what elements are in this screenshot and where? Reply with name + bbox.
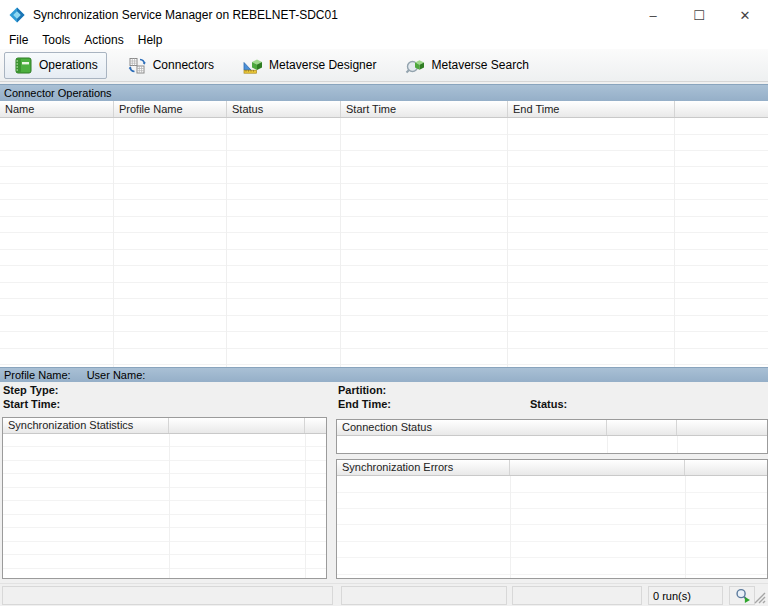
- connection-status-column-header[interactable]: Connection Status: [337, 420, 607, 435]
- connection-status-header: Connection Status: [337, 420, 767, 436]
- connection-status-empty-column-2: [677, 420, 767, 435]
- sync-errors-empty-column: [510, 460, 685, 475]
- run-count-text: 0 run(s): [653, 590, 691, 602]
- status-bar: 0 run(s): [0, 583, 768, 606]
- metaverse-search-icon: [405, 57, 425, 74]
- window-controls: – ☐ ✕: [630, 0, 768, 30]
- synchronization-errors-panel: Synchronization Errors: [336, 459, 768, 579]
- connector-operations-column-headers: Name Profile Name Status Start Time End …: [0, 101, 768, 118]
- synchronization-statistics-panel: Synchronization Statistics: [2, 417, 327, 579]
- column-header-profile-name[interactable]: Profile Name: [114, 101, 227, 117]
- start-time-label: Start Time:: [3, 398, 60, 410]
- menu-actions[interactable]: Actions: [77, 32, 130, 48]
- menu-help[interactable]: Help: [131, 32, 170, 48]
- synchronization-statistics-header: Synchronization Statistics: [3, 418, 326, 434]
- column-header-status[interactable]: Status: [227, 101, 341, 117]
- menu-file[interactable]: File: [2, 32, 35, 48]
- maximize-button[interactable]: ☐: [676, 0, 722, 30]
- sync-statistics-empty-column: [169, 418, 305, 433]
- synchronization-statistics-list: [3, 434, 326, 578]
- sync-errors-column-header[interactable]: Synchronization Errors: [337, 460, 510, 475]
- status-cell-1: [2, 586, 333, 605]
- operations-button[interactable]: Operations: [4, 52, 107, 79]
- step-type-label: Step Type:: [3, 384, 58, 396]
- operations-book-icon: [13, 57, 33, 74]
- metaverse-designer-icon: [243, 57, 263, 74]
- status-label: Status:: [530, 398, 567, 410]
- app-sync-diamond-icon: [9, 7, 25, 23]
- window-title: Synchronization Service Manager on REBEL…: [33, 8, 338, 22]
- profile-name-label: Profile Name:: [4, 369, 71, 381]
- column-header-start-time[interactable]: Start Time: [341, 101, 508, 117]
- metaverse-designer-label: Metaverse Designer: [269, 58, 376, 72]
- close-button[interactable]: ✕: [722, 0, 768, 30]
- column-header-end-time[interactable]: End Time: [508, 101, 675, 117]
- menu-tools[interactable]: Tools: [35, 32, 77, 48]
- sync-errors-empty-column-2: [685, 460, 767, 475]
- magnifier-run-icon: [734, 588, 751, 603]
- run-status-cell: [729, 586, 755, 605]
- sync-statistics-column-header[interactable]: Synchronization Statistics: [3, 418, 169, 433]
- profile-user-bar: Profile Name: User Name:: [0, 367, 768, 382]
- minimize-button[interactable]: –: [630, 0, 676, 30]
- partition-label: Partition:: [338, 384, 386, 396]
- column-header-empty: [675, 101, 768, 117]
- connector-operations-header: Connector Operations: [0, 84, 768, 101]
- status-cell-3: [512, 586, 642, 605]
- toolbar: Operations Connectors Metaverse Designer: [0, 49, 768, 82]
- user-name-label: User Name:: [87, 369, 146, 381]
- connector-operations-title: Connector Operations: [4, 87, 112, 99]
- synchronization-errors-header: Synchronization Errors: [337, 460, 767, 476]
- status-cell-2: [341, 586, 507, 605]
- sync-statistics-empty-column-2: [305, 418, 326, 433]
- connector-operations-list: [0, 118, 768, 367]
- menu-bar: File Tools Actions Help: [0, 30, 768, 49]
- column-header-name[interactable]: Name: [0, 101, 114, 117]
- metaverse-search-label: Metaverse Search: [431, 58, 528, 72]
- title-bar: Synchronization Service Manager on REBEL…: [0, 0, 768, 30]
- connectors-button[interactable]: Connectors: [118, 52, 223, 79]
- resize-grip[interactable]: [754, 592, 767, 605]
- metaverse-designer-button[interactable]: Metaverse Designer: [234, 52, 385, 79]
- connectors-sync-icon: [127, 57, 147, 74]
- operations-label: Operations: [39, 58, 98, 72]
- connection-status-panel: Connection Status: [336, 419, 768, 454]
- end-time-label: End Time:: [338, 398, 391, 410]
- connection-status-empty-column: [607, 420, 677, 435]
- metaverse-search-button[interactable]: Metaverse Search: [396, 52, 537, 79]
- run-count-cell: 0 run(s): [648, 586, 723, 605]
- connection-status-list: [337, 436, 767, 453]
- synchronization-errors-list: [337, 476, 767, 578]
- connectors-label: Connectors: [153, 58, 214, 72]
